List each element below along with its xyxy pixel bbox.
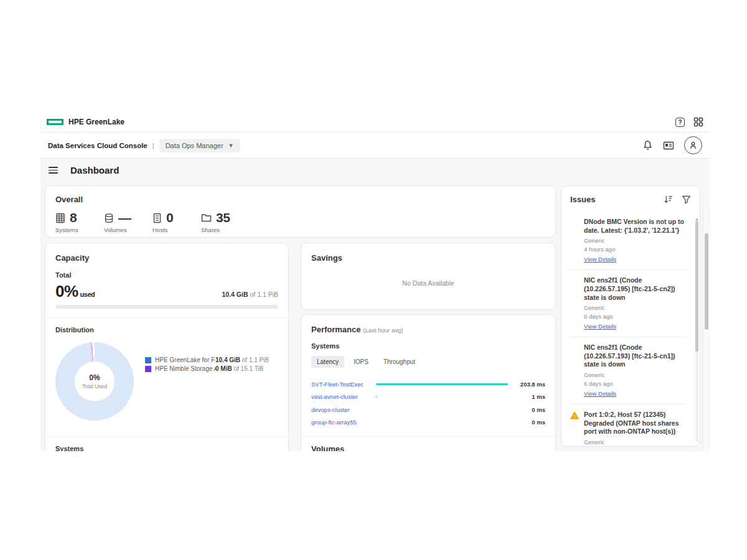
shares-count: 35: [216, 210, 230, 225]
issue-item: ! NIC ens2f1 (Cnode (10.226.57.195) [ftc…: [570, 269, 686, 337]
issue-title: DNode BMC Version is not up to date. Lat…: [584, 218, 686, 235]
issues-title: Issues: [570, 195, 595, 204]
donut-center-label: Total Used: [82, 383, 107, 390]
issue-title: Port 1:0:2, Host 57 (12345) Degraded (ON…: [584, 411, 686, 436]
volumes-count: —: [118, 210, 131, 225]
performance-subtitle: (Last hour avg): [363, 327, 403, 334]
user-avatar[interactable]: [684, 136, 702, 154]
help-icon[interactable]: ?: [675, 118, 685, 127]
view-details-link[interactable]: View Details: [584, 323, 616, 330]
page-scrollbar[interactable]: ▼: [703, 205, 709, 451]
system-link[interactable]: group-ftc-array55: [311, 419, 371, 426]
chevron-down-icon: ▼: [228, 142, 234, 149]
performance-row: group-ftc-array55 0 ms: [311, 416, 545, 429]
hosts-count: 0: [166, 210, 173, 225]
savings-empty-state: No Data Available: [301, 279, 555, 287]
app-selector-dropdown[interactable]: Data Ops Manager ▼: [159, 139, 240, 152]
hosts-icon: [153, 213, 162, 223]
issues-scrollbar[interactable]: ▲: [695, 217, 698, 442]
performance-tabs: Latency IOPS Throughput: [311, 356, 545, 368]
performance-card: Performance (Last hour avg) Systems Late…: [301, 314, 556, 451]
divider: [45, 317, 288, 318]
overall-card: Overall 8: [45, 185, 556, 238]
capacity-systems-label: Systems: [55, 445, 278, 451]
issue-title: NIC ens2f1 (Cnode (10.226.57.195) [ftc-2…: [584, 276, 686, 302]
capacity-amounts: 10.4 GiB of 1.1 PiB: [222, 291, 278, 301]
latency-bar: [376, 383, 508, 385]
latency-value: 0 ms: [513, 406, 545, 413]
brand-text: HPE GreenLake: [68, 118, 125, 126]
app-grid-icon[interactable]: [693, 117, 703, 127]
legend-swatch-blue: [145, 357, 151, 363]
performance-systems-label: Systems: [311, 342, 545, 350]
top-header: HPE GreenLake ?: [40, 112, 710, 133]
capacity-donut-chart[interactable]: 0% Total Used: [55, 342, 134, 421]
donut-center: 0% Total Used: [75, 362, 115, 401]
announcements-card-icon[interactable]: [663, 141, 674, 151]
legend-item[interactable]: HPE GreenLake for File... 10.4 GiB of 1.…: [145, 357, 269, 363]
latency-value: 203.8 ms: [513, 381, 545, 388]
header-separator: |: [153, 142, 154, 149]
donut-center-value: 0%: [89, 373, 100, 382]
app-window: HPE GreenLake ? Data Services Cloud Cons…: [40, 112, 710, 451]
divider: [45, 437, 288, 437]
issue-time: 6 days ago: [584, 380, 686, 387]
page-scrollbar-thumb[interactable]: [705, 233, 708, 330]
performance-volumes-label: Volumes: [311, 444, 545, 451]
legend-item[interactable]: HPE Nimble Storage Al... 0 MiB of 15.1 T…: [145, 365, 269, 372]
savings-title: Savings: [311, 253, 545, 263]
capacity-progress-bar: [55, 305, 278, 309]
filter-icon[interactable]: [682, 195, 691, 204]
hosts-label: Hosts: [153, 226, 201, 233]
volumes-label: Volumes: [104, 226, 153, 233]
tab-iops[interactable]: IOPS: [348, 356, 374, 368]
issue-time: 4 hours ago: [584, 246, 686, 253]
issues-card: Issues !: [561, 185, 700, 447]
console-header: Data Services Cloud Console | Data Ops M…: [40, 133, 710, 159]
shares-icon: [201, 213, 212, 223]
person-icon: [688, 140, 698, 151]
issue-item: ! Port 1:0:2, Host 57 (12345) Degraded (…: [570, 404, 686, 447]
overall-title: Overall: [55, 195, 545, 204]
issue-title: NIC ens2f1 (Cnode (10.226.57.193) [ftc-2…: [584, 343, 686, 369]
performance-rows: SVT-Fleet-TestExec 203.8 ms vast-avnet-c…: [311, 378, 545, 429]
brand[interactable]: HPE GreenLake: [47, 118, 125, 126]
view-details-link[interactable]: View Details: [584, 390, 616, 397]
issue-item: ! NIC ens2f1 (Cnode (10.226.57.193) [ftc…: [570, 337, 686, 404]
view-details-link[interactable]: View Details: [584, 256, 616, 263]
capacity-percent-used: 0%used: [55, 282, 95, 301]
issue-category: Generic: [584, 237, 686, 244]
notifications-bell-icon[interactable]: [642, 140, 653, 151]
stat-shares[interactable]: 35 Shares: [201, 210, 250, 233]
legend-swatch-purple: [145, 366, 151, 372]
screenshot-root: HPE GreenLake ? Data Services Cloud Cons…: [0, 0, 747, 560]
system-link[interactable]: vast-avnet-cluster: [311, 393, 371, 400]
issues-scrollbar-thumb[interactable]: [695, 221, 698, 352]
tab-latency[interactable]: Latency: [311, 356, 344, 368]
capacity-title: Capacity: [55, 253, 278, 263]
hpe-logo-icon: [47, 119, 63, 125]
performance-title: Performance: [311, 325, 360, 334]
systems-icon: [55, 213, 65, 223]
stat-hosts[interactable]: 0 Hosts: [153, 210, 201, 233]
console-title: Data Services Cloud Console: [48, 142, 148, 149]
issues-list: ! DNode BMC Version is not up to date. L…: [570, 212, 691, 447]
stat-volumes[interactable]: — Volumes: [104, 210, 153, 233]
tab-throughput[interactable]: Throughput: [378, 356, 421, 368]
system-link[interactable]: devops-cluster: [311, 406, 371, 413]
volumes-icon: [104, 213, 114, 223]
performance-row: vast-avnet-cluster 1 ms: [311, 391, 545, 404]
issue-category: Generic: [584, 371, 686, 378]
app-selector-label: Data Ops Manager: [166, 142, 223, 149]
stat-systems[interactable]: 8 Systems: [55, 210, 104, 233]
capacity-total-label: Total: [55, 271, 278, 279]
issue-item: ! DNode BMC Version is not up to date. L…: [570, 212, 686, 269]
systems-count: 8: [70, 210, 77, 225]
issue-time: 6 days ago: [584, 313, 686, 320]
menu-hamburger-icon[interactable]: [49, 167, 58, 174]
sort-icon[interactable]: [664, 195, 673, 204]
system-link[interactable]: SVT-Fleet-TestExec: [311, 381, 371, 388]
latency-bar: [376, 396, 377, 398]
issue-category: Generic: [584, 439, 686, 446]
page-title: Dashboard: [70, 165, 119, 175]
